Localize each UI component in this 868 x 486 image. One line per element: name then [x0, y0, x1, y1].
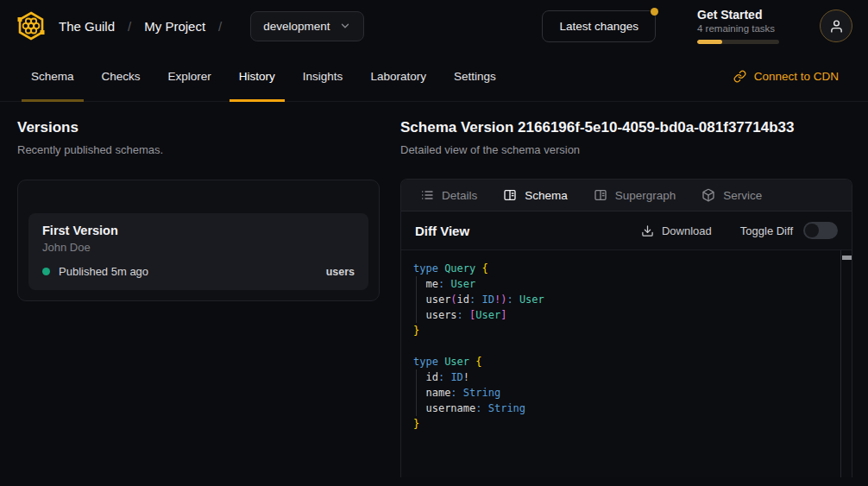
- columns-icon: [503, 188, 517, 202]
- tab-label: Settings: [454, 70, 496, 83]
- cube-icon: [701, 188, 715, 202]
- tab-label: Supergraph: [615, 189, 676, 202]
- toggle-knob: [805, 224, 819, 237]
- tab-details[interactable]: Details: [420, 188, 477, 202]
- version-author: John Doe: [42, 241, 355, 254]
- version-list-item[interactable]: First Version John Doe Published 5m ago …: [28, 213, 368, 290]
- tab-schema-view[interactable]: Schema: [503, 188, 568, 202]
- user-avatar[interactable]: [820, 9, 852, 42]
- versions-list: First Version John Doe Published 5m ago …: [17, 180, 380, 301]
- tab-underline: [293, 99, 353, 102]
- published-dot-icon: [42, 268, 50, 275]
- diff-view-title: Diff View: [415, 224, 469, 238]
- breadcrumb-org[interactable]: The Guild: [59, 19, 115, 34]
- list-icon: [420, 188, 434, 202]
- schema-version-panel: Schema Version 2166196f-5e10-4059-bd0a-0…: [400, 119, 852, 477]
- tab-label: Schema: [525, 189, 568, 202]
- code-line: }: [413, 416, 834, 432]
- header: The Guild / My Project / development Lat…: [0, 0, 868, 52]
- code-line: [413, 338, 834, 354]
- connect-to-cdn-link[interactable]: Connect to CDN: [733, 52, 839, 101]
- diff-view-toolbar: Diff View Download Toggle Diff: [401, 211, 852, 250]
- user-icon: [829, 19, 844, 34]
- tab-underline: [361, 99, 436, 102]
- code-line: users: [User]: [413, 307, 834, 323]
- guild-logo-icon[interactable]: [16, 10, 47, 41]
- get-started-widget[interactable]: Get Started 4 remaining tasks: [697, 8, 780, 44]
- toggle-diff-label: Toggle Diff: [740, 224, 793, 237]
- code-line: me: User: [413, 276, 834, 292]
- code-line: user(id: ID!): User: [413, 292, 834, 307]
- environment-selector-value: development: [263, 20, 330, 33]
- tab-service[interactable]: Service: [701, 188, 762, 202]
- version-status: Published 5m ago: [59, 265, 148, 278]
- download-icon: [641, 224, 654, 237]
- tab-underline: [159, 99, 221, 102]
- chevron-down-icon: [339, 20, 351, 32]
- scrollbar-thumb[interactable]: [842, 256, 852, 260]
- tab-laboratory[interactable]: Laboratory: [361, 52, 436, 101]
- schema-detail-tabs: Details Schema Supergraph Service: [401, 180, 852, 211]
- link-icon: [733, 70, 746, 83]
- tab-underline: [444, 99, 506, 102]
- tab-label: Details: [442, 189, 477, 202]
- versions-title: Versions: [17, 119, 380, 136]
- tab-label: Insights: [303, 70, 343, 83]
- tab-label: Explorer: [168, 70, 211, 83]
- diff-toolbar-actions: Download Toggle Diff: [641, 222, 838, 239]
- code-line: name: String: [413, 385, 834, 401]
- download-label: Download: [662, 224, 712, 237]
- notification-dot: [651, 8, 658, 16]
- latest-changes-button[interactable]: Latest changes: [542, 10, 656, 42]
- tab-underline: [22, 99, 84, 102]
- breadcrumb-separator: /: [128, 19, 131, 34]
- get-started-title: Get Started: [697, 8, 780, 22]
- code-line: type Query {: [413, 261, 834, 276]
- tab-label: Laboratory: [370, 70, 426, 83]
- breadcrumb-project[interactable]: My Project: [144, 19, 205, 34]
- tab-schema[interactable]: Schema: [22, 52, 84, 101]
- tab-explorer[interactable]: Explorer: [159, 52, 221, 101]
- code-line: }: [413, 323, 834, 338]
- main-nav: Schema Checks Explorer History Insights …: [0, 52, 868, 102]
- tab-label: Schema: [31, 70, 74, 83]
- app-window: The Guild / My Project / development Lat…: [0, 0, 868, 486]
- code-line: username: String: [413, 401, 834, 416]
- tab-supergraph[interactable]: Supergraph: [594, 188, 676, 202]
- tab-label: Service: [723, 189, 762, 202]
- progress-fill: [697, 40, 722, 44]
- version-meta-row: Published 5m ago users: [42, 265, 355, 278]
- toggle-diff-switch[interactable]: [803, 222, 838, 239]
- environment-selector[interactable]: development: [250, 11, 363, 41]
- versions-panel: Versions Recently published schemas. Fir…: [17, 119, 380, 301]
- schema-code-editor[interactable]: type Query { me: User user(id: ID!): Use…: [401, 250, 852, 477]
- latest-changes-label: Latest changes: [559, 20, 638, 33]
- connect-to-cdn-label: Connect to CDN: [754, 70, 839, 83]
- get-started-subtitle: 4 remaining tasks: [697, 23, 780, 34]
- tab-insights[interactable]: Insights: [293, 52, 353, 101]
- tab-settings[interactable]: Settings: [444, 52, 506, 101]
- versions-subtitle: Recently published schemas.: [17, 143, 380, 156]
- tab-underline: [92, 99, 150, 102]
- columns-icon: [594, 188, 607, 202]
- breadcrumb-separator: /: [218, 19, 222, 34]
- tab-label: Checks: [102, 70, 141, 83]
- code-lines: type Query { me: User user(id: ID!): Use…: [413, 261, 834, 432]
- schema-detail-card: Details Schema Supergraph Service Diff V…: [400, 179, 852, 477]
- tab-label: History: [239, 70, 275, 83]
- version-name: First Version: [42, 224, 355, 237]
- tab-checks[interactable]: Checks: [92, 52, 150, 101]
- get-started-progressbar: [697, 40, 779, 44]
- code-line: id: ID!: [413, 369, 834, 385]
- code-line: type User {: [413, 354, 834, 369]
- tab-underline: [230, 99, 285, 102]
- schema-version-subtitle: Detailed view of the schema version: [400, 143, 852, 156]
- tab-history[interactable]: History: [230, 52, 285, 101]
- schema-version-title: Schema Version 2166196f-5e10-4059-bd0a-0…: [400, 119, 852, 136]
- editor-scrollbar[interactable]: [840, 250, 852, 477]
- version-service-badge: users: [326, 266, 355, 278]
- download-button[interactable]: Download: [641, 224, 712, 237]
